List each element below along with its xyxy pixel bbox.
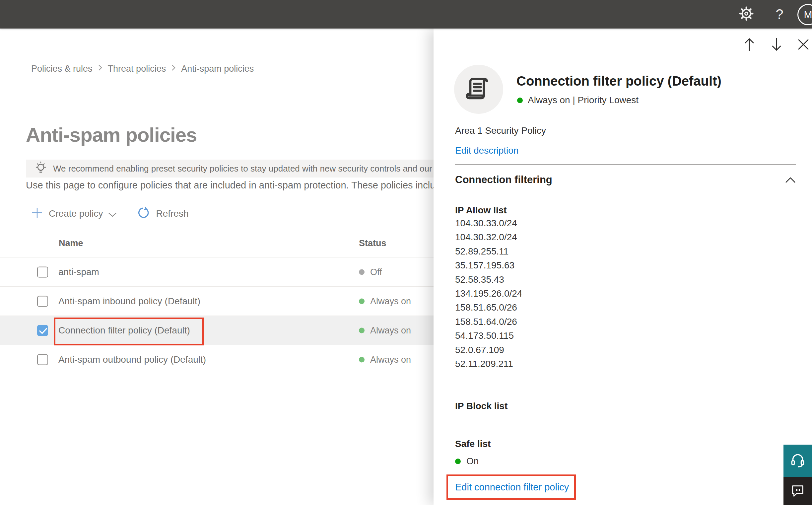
policy-description: Area 1 Security Policy [455, 126, 546, 136]
status-dot-on [359, 357, 365, 362]
avatar-initial: M [804, 9, 812, 20]
edit-connection-filter-policy-link[interactable]: Edit connection filter policy [455, 482, 569, 493]
close-icon [797, 38, 809, 52]
status-dot-on [359, 328, 365, 333]
arrow-down-icon [771, 37, 783, 53]
chevron-right-icon [98, 64, 103, 74]
status-cell: Off [359, 267, 382, 277]
table-row[interactable]: Anti-spam outbound policy (Default) Alwa… [0, 345, 433, 374]
column-header-name[interactable]: Name [59, 238, 83, 248]
row-checkbox[interactable] [37, 296, 48, 307]
main-content: Policies & rules Threat policies Anti-sp… [0, 28, 433, 505]
collapse-section-button[interactable] [784, 175, 797, 186]
policy-table: Name Status anti-spam Off Anti-spam inbo… [0, 228, 433, 374]
feedback-button[interactable] [784, 477, 812, 505]
help-button[interactable]: ? [770, 0, 789, 28]
refresh-icon [138, 207, 150, 221]
policy-details-flyout: Connection filter policy (Default) Alway… [433, 28, 812, 505]
plus-icon [31, 207, 43, 221]
panel-status-line: Always on | Priority Lowest [517, 95, 638, 106]
status-label: Off [370, 267, 382, 277]
toolbar: Create policy Refresh [31, 206, 188, 222]
edit-description-link[interactable]: Edit description [455, 145, 519, 156]
ip-entry: 158.51.65.0/26 [455, 301, 522, 315]
ip-entry: 54.173.50.115 [455, 329, 522, 343]
panel-status-text: Always on | Priority Lowest [528, 95, 638, 106]
column-header-status[interactable]: Status [359, 238, 386, 248]
ip-entry: 104.30.32.0/24 [455, 230, 522, 244]
anti-spam-policies-page: { "topbar": { "help_label": "?", "avatar… [0, 0, 812, 505]
settings-button[interactable] [737, 0, 756, 28]
status-dot-off [359, 269, 365, 275]
table-row[interactable]: Anti-spam inbound policy (Default) Alway… [0, 286, 433, 316]
policy-name[interactable]: Connection filter policy (Default) [58, 325, 190, 336]
status-dot-on [359, 298, 365, 304]
create-policy-button[interactable]: Create policy [31, 207, 117, 221]
divider [455, 164, 796, 165]
policy-name[interactable]: Anti-spam outbound policy (Default) [58, 354, 206, 365]
breadcrumb: Policies & rules Threat policies Anti-sp… [31, 64, 254, 74]
table-header: Name Status [0, 228, 433, 257]
ip-entry: 158.51.64.0/26 [455, 315, 522, 329]
page-description: Use this page to configure policies that… [26, 180, 433, 191]
chevron-down-icon [108, 209, 117, 220]
status-label: Always on [370, 296, 411, 306]
row-checkbox[interactable] [37, 267, 48, 278]
banner-text: We recommend enabling preset security po… [53, 164, 433, 174]
breadcrumb-anti-spam-policies[interactable]: Anti-spam policies [181, 64, 254, 74]
ip-entry: 52.89.255.11 [455, 244, 522, 259]
ip-entry: 35.157.195.63 [455, 259, 522, 273]
chevron-up-icon [785, 177, 796, 185]
recommendation-banner: We recommend enabling preset security po… [26, 160, 433, 177]
status-dot-on [455, 459, 461, 464]
safe-list-value: On [466, 456, 479, 467]
ip-entry: 104.30.33.0/24 [455, 216, 522, 230]
policy-name[interactable]: anti-spam [58, 267, 99, 278]
chevron-right-icon [171, 64, 176, 74]
ip-entry: 52.58.35.43 [455, 273, 522, 287]
account-avatar[interactable]: M [797, 4, 812, 25]
scroll-icon [465, 75, 492, 104]
safe-list-status: On [455, 456, 479, 467]
lightbulb-icon [34, 161, 47, 176]
breadcrumb-policies-rules[interactable]: Policies & rules [31, 64, 92, 74]
ip-entry: 52.0.67.109 [455, 343, 522, 357]
ip-allow-list: 104.30.33.0/24 104.30.32.0/24 52.89.255.… [455, 216, 522, 371]
section-title-connection-filtering: Connection filtering [455, 174, 552, 186]
arrow-up-icon [743, 37, 755, 53]
policy-icon-badge [454, 65, 503, 114]
refresh-label: Refresh [156, 208, 188, 219]
status-cell: Always on [359, 325, 411, 335]
status-cell: Always on [359, 296, 411, 306]
top-app-bar: ? M [0, 0, 812, 28]
policy-name[interactable]: Anti-spam inbound policy (Default) [58, 296, 200, 307]
status-label: Always on [370, 354, 411, 365]
ip-entry: 134.195.26.0/24 [455, 287, 522, 301]
ip-block-list-label: IP Block list [455, 401, 508, 411]
help-icon: ? [776, 6, 783, 22]
support-button[interactable] [784, 445, 812, 477]
create-policy-label: Create policy [49, 208, 103, 219]
next-item-button[interactable] [769, 36, 784, 54]
panel-title: Connection filter policy (Default) [517, 74, 722, 89]
table-row-selected[interactable]: Connection filter policy (Default) Alway… [0, 316, 433, 345]
refresh-button[interactable]: Refresh [138, 207, 188, 221]
previous-item-button[interactable] [742, 36, 757, 54]
status-cell: Always on [359, 354, 411, 365]
status-dot-on [517, 98, 523, 103]
feedback-chat-icon [790, 483, 805, 499]
table-row[interactable]: anti-spam Off [0, 257, 433, 286]
ip-allow-list-label: IP Allow list [455, 205, 507, 216]
status-label: Always on [370, 325, 411, 335]
close-panel-button[interactable] [796, 36, 811, 54]
breadcrumb-threat-policies[interactable]: Threat policies [108, 64, 166, 74]
page-title: Anti-spam policies [26, 124, 197, 146]
gear-icon [739, 6, 754, 23]
annotation-highlight-rectangle: Edit connection filter policy [446, 475, 576, 500]
row-checkbox[interactable] [37, 354, 48, 365]
safe-list-label: Safe list [455, 439, 490, 449]
row-checkbox-checked[interactable] [37, 325, 48, 336]
headset-icon [789, 452, 806, 470]
ip-entry: 52.11.209.211 [455, 357, 522, 371]
